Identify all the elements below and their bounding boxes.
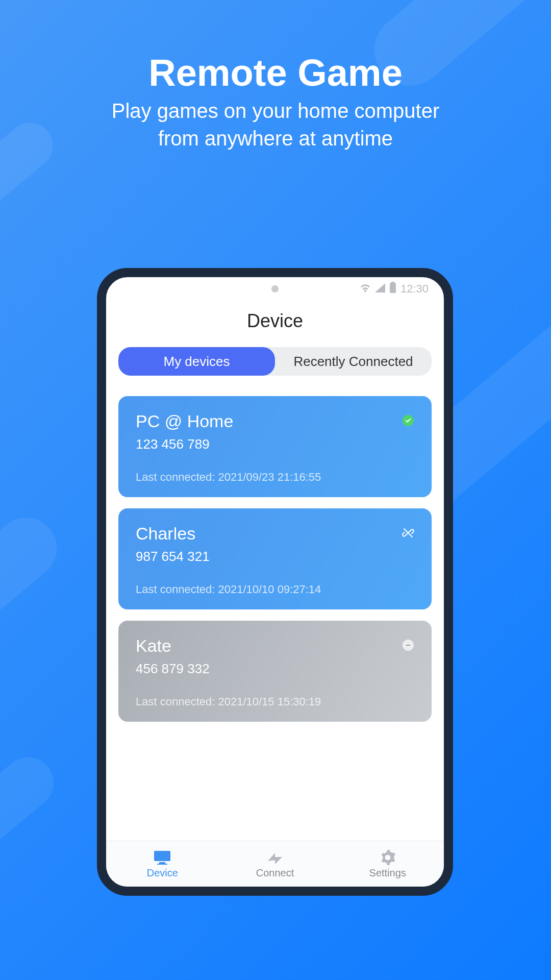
bottom-nav: Device Connect Settings xyxy=(106,841,444,887)
device-id: 987 654 321 xyxy=(136,549,414,565)
device-card[interactable]: Kate 456 879 332 Last connected: 2021/10… xyxy=(118,621,432,722)
hero-subtitle-line1: Play games on your home computer xyxy=(112,100,440,122)
nav-label: Connect xyxy=(256,867,294,879)
nav-connect[interactable]: Connect xyxy=(219,841,332,887)
svg-rect-4 xyxy=(159,862,165,864)
status-bar: 12:30 xyxy=(106,277,444,300)
device-last-connected: Last connected: 2021/09/23 21:16:55 xyxy=(136,471,414,484)
svg-rect-3 xyxy=(154,851,170,861)
svg-rect-2 xyxy=(406,645,410,646)
hero-title: Remote Game xyxy=(0,51,551,94)
nav-device[interactable]: Device xyxy=(106,841,219,887)
device-last-connected: Last connected: 2021/10/10 09:27:14 xyxy=(136,583,414,596)
hero-subtitle-line2: from anywhere at anytime xyxy=(158,127,393,150)
connect-icon xyxy=(266,849,284,866)
wifi-icon xyxy=(360,282,371,296)
device-name: PC @ Home xyxy=(136,411,414,431)
device-name: Kate xyxy=(136,636,414,656)
device-card[interactable]: PC @ Home 123 456 789 Last connected: 20… xyxy=(118,396,432,497)
nav-settings[interactable]: Settings xyxy=(331,841,444,887)
status-link-broken-icon xyxy=(402,527,414,539)
decorative-bar xyxy=(0,505,69,699)
tab-recently-connected[interactable]: Recently Connected xyxy=(275,347,432,376)
phone-frame: 12:30 Device My devices Recently Connect… xyxy=(97,268,453,896)
device-card[interactable]: Charles 987 654 321 Last connected: 2021… xyxy=(118,508,432,609)
battery-icon xyxy=(389,282,396,296)
nav-label: Settings xyxy=(369,867,406,879)
cell-signal-icon xyxy=(375,282,385,296)
status-offline-icon xyxy=(402,639,414,651)
device-name: Charles xyxy=(136,524,414,544)
device-last-connected: Last connected: 2021/10/15 15:30:19 xyxy=(136,695,414,708)
device-id: 123 456 789 xyxy=(136,436,414,452)
camera-dot xyxy=(271,285,279,292)
segmented-control: My devices Recently Connected xyxy=(118,347,432,376)
status-icons: 12:30 xyxy=(360,282,429,296)
device-list: PC @ Home 123 456 789 Last connected: 20… xyxy=(106,376,444,722)
nav-label: Device xyxy=(147,867,178,879)
monitor-icon xyxy=(153,849,171,866)
hero-subtitle: Play games on your home computer from an… xyxy=(0,97,551,152)
status-time: 12:30 xyxy=(400,282,429,296)
svg-rect-0 xyxy=(391,282,394,283)
gear-icon xyxy=(380,849,396,866)
page-title: Device xyxy=(106,300,444,347)
status-online-icon xyxy=(402,414,414,427)
tab-my-devices[interactable]: My devices xyxy=(118,347,275,376)
svg-rect-1 xyxy=(390,283,396,293)
decorative-bar xyxy=(0,747,64,917)
svg-rect-5 xyxy=(157,864,167,865)
device-id: 456 879 332 xyxy=(136,661,414,677)
